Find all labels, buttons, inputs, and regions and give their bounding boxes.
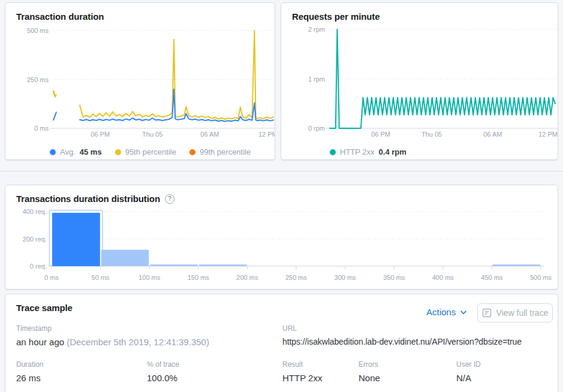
field-url: URL https://isakwlabedition.lab-dev.vidi… [282, 324, 522, 346]
duration-distribution-chart[interactable]: 0 req.200 req.400 req.0 ms50 ms100 ms150… [5, 185, 558, 290]
legend-label: 95th percentile [125, 147, 176, 156]
panel-title-trace-sample: Trace sample [16, 303, 73, 313]
panel-transaction-duration: Transaction duration 0 ms250 ms500 ms06 … [5, 2, 275, 160]
transaction-duration-legend: Avg.45 ms95th percentile99th percentile [50, 147, 251, 156]
x-tick-label: 350 ms [383, 274, 405, 281]
x-tick-label: 250 ms [285, 274, 308, 281]
y-tick-label: 500 ms [27, 27, 49, 34]
actions-label: Actions [426, 307, 456, 317]
x-tick-label: 200 ms [236, 274, 258, 281]
field-value: 100.0% [147, 373, 179, 383]
legend-item-avg[interactable]: Avg.45 ms [50, 147, 102, 156]
histogram-bar[interactable] [101, 250, 149, 266]
x-tick-label: Thu 05 [142, 131, 162, 138]
section-divider [0, 171, 563, 171]
field-label: Timestamp [16, 324, 209, 333]
series-p95[interactable] [80, 31, 273, 119]
requests-per-minute-chart[interactable]: 0 rpm1 rpm2 rpm06 PMThu 0506 AM12 PM [281, 3, 558, 160]
view-full-trace-label: View full trace [496, 308, 549, 318]
actions-dropdown[interactable]: Actions [426, 307, 467, 317]
legend-dot-icon [50, 149, 56, 155]
field-result: Result HTTP 2xx [282, 360, 322, 383]
panel-title-text: Trace sample [16, 303, 73, 313]
field-label: Errors [359, 360, 380, 369]
x-tick-label: 12 PM [538, 131, 558, 138]
legend-label: 99th percentile [200, 147, 251, 156]
x-tick-label: 0 ms [44, 274, 59, 281]
transaction-duration-chart[interactable]: 0 ms250 ms500 ms06 PMThu 0506 AM12 PM [5, 3, 275, 160]
field-value: HTTP 2xx [282, 373, 322, 383]
x-tick-label: 150 ms [188, 274, 210, 281]
x-tick-label: 100 ms [139, 274, 161, 281]
histogram-bar[interactable] [492, 264, 540, 266]
series-avg[interactable] [53, 112, 56, 120]
field-label: Result [282, 360, 322, 369]
field-duration: Duration 26 ms [16, 360, 43, 383]
field-errors: Errors None [359, 360, 380, 383]
legend-dot-icon [330, 149, 336, 155]
legend-value: 45 ms [80, 147, 102, 156]
x-tick-label: 06 PM [371, 131, 390, 138]
view-full-trace-button[interactable]: View full trace [477, 303, 553, 322]
legend-dot-icon [189, 149, 195, 155]
x-tick-label: 06 AM [200, 131, 219, 138]
x-tick-label: 06 AM [483, 131, 502, 138]
histogram-bar-selected[interactable] [52, 213, 100, 266]
y-tick-label: 250 ms [27, 76, 49, 83]
field-timestamp: Timestamp an hour ago (December 5th 2019… [16, 324, 209, 347]
y-tick-label: 400 req. [23, 208, 47, 215]
field-pct-of-trace: % of trace 100.0% [147, 360, 179, 383]
panel-requests-per-minute: Requests per minute 0 rpm1 rpm2 rpm06 PM… [281, 2, 558, 160]
x-tick-label: 50 ms [92, 274, 110, 281]
trace-document-icon [482, 308, 492, 318]
y-tick-label: 200 req. [23, 236, 47, 243]
field-value: https://isakwlabedition.lab-dev.vidinet.… [282, 337, 522, 346]
x-tick-label: 300 ms [335, 274, 357, 281]
y-tick-label: 0 rpm [308, 125, 325, 132]
histogram-bar[interactable] [150, 264, 198, 266]
field-value: 26 ms [16, 373, 43, 383]
field-user-id: User ID N/A [456, 360, 481, 383]
requests-per-minute-legend: HTTP 2xx0.4 rpm [330, 147, 407, 156]
x-tick-label: 12 PM [258, 131, 275, 138]
field-value: None [359, 373, 380, 383]
y-tick-label: 1 rpm [308, 76, 325, 83]
histogram-bar[interactable] [199, 264, 247, 266]
field-value: N/A [456, 373, 481, 383]
x-tick-label: 06 PM [91, 131, 110, 138]
field-label: URL [282, 324, 522, 333]
field-label: Duration [16, 360, 43, 369]
y-tick-label: 0 ms [34, 125, 49, 132]
legend-item-p95[interactable]: 95th percentile [115, 147, 176, 156]
timestamp-relative: an hour ago [16, 337, 64, 347]
legend-item-p99[interactable]: 99th percentile [189, 147, 251, 156]
field-label: User ID [456, 360, 481, 369]
y-tick-label: 2 rpm [308, 26, 325, 33]
field-value: an hour ago (December 5th 2019, 12:41:39… [16, 337, 209, 347]
x-tick-label: 450 ms [481, 274, 503, 281]
legend-label: Avg. [60, 147, 76, 156]
timestamp-absolute: (December 5th 2019, 12:41:39.350) [67, 337, 209, 347]
legend-label: HTTP 2xx [340, 147, 375, 156]
series-p95[interactable] [53, 92, 56, 97]
field-label: % of trace [147, 360, 179, 369]
chevron-down-icon [460, 309, 467, 316]
x-tick-label: 500 ms [530, 274, 552, 281]
y-tick-label: 0 req. [30, 263, 47, 270]
legend-value: 0.4 rpm [379, 147, 407, 156]
x-tick-label: Thu 05 [422, 131, 442, 138]
legend-dot-icon [115, 149, 121, 155]
legend-item-http2xx[interactable]: HTTP 2xx0.4 rpm [330, 147, 407, 156]
x-tick-label: 400 ms [432, 274, 454, 281]
panel-duration-distribution: Transactions duration distribution ? 0 r… [5, 185, 558, 290]
panel-trace-sample: Trace sample Actions View full trace Tim… [5, 294, 558, 392]
